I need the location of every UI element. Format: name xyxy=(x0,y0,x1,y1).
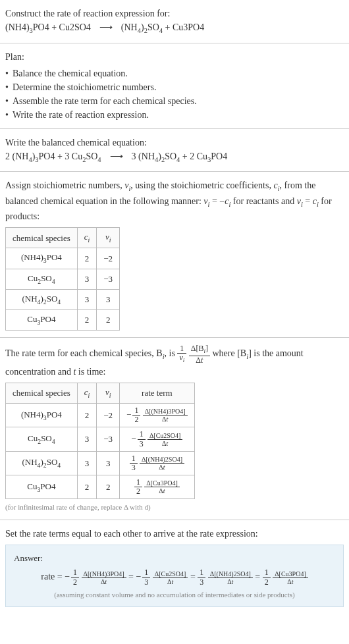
bullet-icon: • xyxy=(5,94,9,108)
fraction: 12 xyxy=(263,568,271,586)
cell-species: Cu2SO4 xyxy=(6,427,78,451)
numerator: 1 xyxy=(130,454,138,464)
fraction: 13 xyxy=(142,568,150,586)
numerator: Δ[(NH4)2SO4] xyxy=(140,456,184,464)
plan-item-text: Write the rate of reaction expression. xyxy=(13,108,149,122)
bullet-icon: • xyxy=(5,80,9,94)
fraction: 13 xyxy=(138,430,146,448)
col-c: ci xyxy=(77,228,97,248)
list-item: •Balance the chemical equation. xyxy=(5,67,344,80)
fraction: Δ[(NH4)3PO4]Δt xyxy=(143,408,188,423)
final-section: Set the rate terms equal to each other t… xyxy=(0,520,349,614)
balanced-section: Write the balanced chemical equation: 2 … xyxy=(0,129,349,173)
numerator: Δ[(NH4)2SO4] xyxy=(208,570,253,578)
cell-c: 2 xyxy=(77,310,97,331)
cell-nu: 3 xyxy=(97,289,120,309)
table-row: Cu3PO4 2 2 12 Δ[Cu3PO4]Δt xyxy=(6,475,195,499)
fraction: 12 xyxy=(134,478,142,496)
cell-c: 3 xyxy=(77,269,97,289)
col-species: chemical species xyxy=(6,383,78,403)
text: where [B xyxy=(213,349,247,359)
table-header-row: chemical species ci νi xyxy=(6,228,120,248)
sign: − xyxy=(136,572,141,581)
cell-c: 2 xyxy=(77,248,97,269)
denominator: 3 xyxy=(142,578,150,587)
text: The rate term for each chemical species,… xyxy=(5,349,163,359)
text: = − xyxy=(209,196,225,206)
col-nu: νi xyxy=(97,383,120,403)
numerator: 1 xyxy=(177,344,186,354)
denominator: νi xyxy=(177,354,186,364)
table-row: Cu2SO4 3 −3 −13 Δ[Cu2SO4]Δt xyxy=(6,427,195,451)
coef: 3 xyxy=(132,151,136,161)
rateterm-section: The rate term for each chemical species,… xyxy=(0,338,349,520)
assign-text: Assign stoichiometric numbers, νi, using… xyxy=(5,178,344,223)
answer-equation: rate = −12 Δ[(NH4)3PO4]Δt = −13 Δ[Cu2SO4… xyxy=(14,568,335,586)
plan-section: Plan: •Balance the chemical equation. •D… xyxy=(0,43,349,129)
table-row: Cu2SO43−3 xyxy=(6,269,120,289)
cell-c: 3 xyxy=(77,289,97,309)
plan-item-text: Balance the chemical equation. xyxy=(13,67,128,80)
denominator: Δt xyxy=(140,464,184,471)
text: = xyxy=(303,196,313,206)
cell-species: (NH4)3PO4 xyxy=(6,248,78,269)
fraction: 1νi xyxy=(177,344,186,364)
cell-species: (NH4)3PO4 xyxy=(6,403,78,427)
arrow-icon: ⟶ xyxy=(99,22,113,32)
sign: − xyxy=(126,410,131,419)
cell-c: 2 xyxy=(77,403,97,427)
numerator: 1 xyxy=(134,478,142,487)
balanced-equation: 2 (NH4)3PO4 + 3 Cu2SO4 ⟶ 3 (NH4)2SO4 + 2… xyxy=(5,149,344,165)
sign: − xyxy=(65,572,70,581)
fraction: Δ[(NH4)2SO4]Δt xyxy=(140,456,184,471)
cell-nu: −3 xyxy=(97,269,120,289)
plan-heading: Plan: xyxy=(5,50,344,64)
numerator: 1 xyxy=(71,568,79,577)
numerator: 1 xyxy=(132,406,140,416)
denominator: 3 xyxy=(198,578,205,587)
cell-c: 3 xyxy=(77,451,97,475)
plan-item-text: Determine the stoichiometric numbers. xyxy=(13,80,157,94)
col-nu: νi xyxy=(97,228,120,248)
bullet-icon: • xyxy=(5,108,9,122)
stoich-table: chemical species ci νi (NH4)3PO42−2 Cu2S… xyxy=(5,227,120,331)
denominator: Δt xyxy=(273,578,308,585)
cell-species: Cu2SO4 xyxy=(6,269,78,289)
numerator: Δ[Cu2SO4] xyxy=(153,570,188,578)
text: is time: xyxy=(76,367,105,377)
cell-c: 3 xyxy=(77,427,97,451)
numerator: Δ[Cu2SO4] xyxy=(148,432,183,440)
plan-item-text: Assemble the rate term for each chemical… xyxy=(13,94,197,108)
rateterm-table: chemical species ci νi rate term (NH4)3P… xyxy=(5,383,195,500)
denominator: 3 xyxy=(130,464,138,472)
table-row: (NH4)2SO4 3 3 13 Δ[(NH4)2SO4]Δt xyxy=(6,451,195,475)
coef: 2 xyxy=(190,151,194,161)
denominator: Δt xyxy=(144,487,180,495)
table-row: (NH4)3PO4 2 −2 −12 Δ[(NH4)3PO4]Δt xyxy=(6,403,195,427)
list-item: •Write the rate of reaction expression. xyxy=(5,108,344,122)
denominator: 2 xyxy=(71,578,79,587)
answer-box: Answer: rate = −12 Δ[(NH4)3PO4]Δt = −13 … xyxy=(5,545,344,607)
fraction: Δ[Cu2SO4]Δt xyxy=(148,432,183,447)
fraction: Δ[Cu3PO4]Δt xyxy=(144,479,180,495)
arrow-icon: ⟶ xyxy=(110,151,123,161)
unbalanced-equation: (NH4)3PO4 + Cu2SO4 ⟶ (NH4)2SO4 + Cu3PO4 xyxy=(5,20,344,36)
denominator: 2 xyxy=(263,578,271,587)
cell-nu: 2 xyxy=(97,475,120,499)
coef: 3 xyxy=(65,151,69,161)
fraction: 13 xyxy=(198,568,205,586)
cell-species: (NH4)2SO4 xyxy=(6,289,78,309)
denominator: Δt xyxy=(143,416,188,423)
cell-rate: 13 Δ[(NH4)2SO4]Δt xyxy=(120,451,195,475)
sign: − xyxy=(131,433,136,443)
text: , is xyxy=(165,349,178,359)
cell-nu: 3 xyxy=(97,451,120,475)
fraction: Δ[(NH4)2SO4]Δt xyxy=(208,570,253,585)
numerator: Δ[Bi] xyxy=(189,344,210,356)
fraction: 13 xyxy=(130,454,138,472)
cell-species: Cu3PO4 xyxy=(6,475,78,499)
denominator: Δt xyxy=(148,440,183,447)
table-header-row: chemical species ci νi rate term xyxy=(6,383,195,403)
bullet-icon: • xyxy=(5,67,9,80)
numerator: 1 xyxy=(138,430,146,439)
